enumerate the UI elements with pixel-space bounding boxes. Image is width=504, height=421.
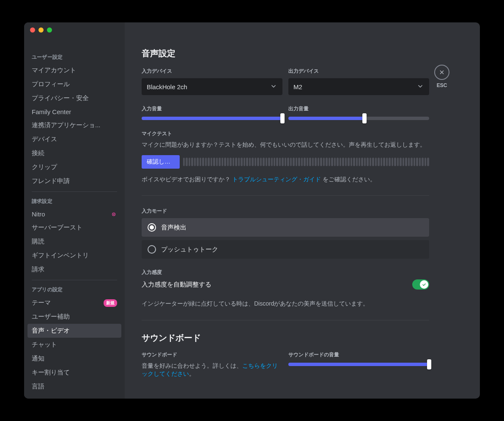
settings-content: 音声設定 入力デバイス BlackHole 2ch 出力デバイス M2	[125, 22, 480, 399]
auto-sensitivity-label: 入力感度を自動調整する	[142, 281, 211, 289]
badge-new: 新規	[104, 299, 117, 307]
sidebar-item-chat[interactable]: チャット	[27, 338, 121, 352]
input-device-value: BlackHole 2ch	[147, 83, 187, 90]
sidebar-item-friend-requests[interactable]: フレンド申請	[27, 174, 121, 188]
mic-test-button[interactable]: 確認しまし...	[142, 155, 180, 169]
input-device-select[interactable]: BlackHole 2ch	[142, 78, 282, 95]
divider	[142, 320, 429, 320]
input-mode-voice-activity[interactable]: 音声検出	[142, 218, 429, 237]
auto-sensitivity-toggle[interactable]	[412, 279, 429, 290]
chevron-down-icon	[416, 82, 424, 91]
troubleshoot-link[interactable]: トラブルシューティング・ガイド	[232, 176, 321, 183]
window-close[interactable]	[30, 27, 35, 33]
input-device-label: 入力デバイス	[142, 68, 282, 75]
sidebar-item-family-center[interactable]: Family Center	[27, 105, 121, 118]
soundboard-desc: 音量を好みに合わせよう。詳しくは、こちらをクリックしてください。	[142, 362, 282, 378]
sidebar-item-authorized-apps[interactable]: 連携済アプリケーショ...	[27, 118, 121, 132]
sidebar-item-accessibility[interactable]: ユーザー補助	[27, 310, 121, 324]
sidebar-header-app-settings: アプリの設定	[27, 284, 121, 296]
input-volume-label: 入力音量	[142, 105, 282, 112]
divider	[142, 195, 429, 196]
nitro-icon	[110, 211, 117, 218]
svg-point-1	[113, 213, 115, 215]
troubleshoot-text: ボイスやビデオでお困りですか？ トラブルシューティング・ガイド をご確認ください…	[142, 175, 429, 184]
input-mode-push-to-talk[interactable]: プッシュトゥトーク	[142, 240, 429, 259]
input-volume-slider[interactable]	[142, 117, 282, 120]
radio-icon	[148, 223, 156, 232]
sidebar-item-server-boost[interactable]: サーバーブースト	[27, 221, 121, 235]
sidebar-item-connections[interactable]: 接続	[27, 146, 121, 160]
esc-label: ESC	[437, 82, 447, 88]
sidebar-item-voice-video[interactable]: 音声・ビデオ	[27, 324, 121, 338]
input-mode-label: 入力モード	[142, 208, 429, 215]
sidebar-header-billing: 請求設定	[27, 195, 121, 208]
mic-test-desc: マイクに問題がありますか？テストを始め、何でもいいので話してください。声を再生し…	[142, 141, 429, 149]
sidebar-item-notifications[interactable]: 通知	[27, 352, 121, 366]
indicator-desc: インジケーターが緑に点灯している時は、Discordがあなたの美声を送信していま…	[142, 300, 429, 308]
soundboard-title: サウンドボード	[142, 332, 429, 344]
mic-test-label: マイクテスト	[142, 130, 429, 137]
radio-icon	[148, 245, 156, 254]
output-device-value: M2	[293, 83, 302, 90]
output-device-select[interactable]: M2	[288, 78, 429, 95]
sidebar-item-my-account[interactable]: マイアカウント	[27, 63, 121, 77]
sidebar-header-user-settings: ユーザー設定	[27, 51, 121, 63]
sidebar-item-appearance[interactable]: テーマ 新規	[27, 296, 121, 310]
settings-sidebar: ユーザー設定 マイアカウント プロフィール プライバシー・安全 Family C…	[24, 22, 125, 399]
window-maximize[interactable]	[47, 27, 52, 33]
sidebar-item-keybinds[interactable]: キー割り当て	[27, 366, 121, 380]
sensitivity-label: 入力感度	[142, 269, 429, 276]
close-settings-button[interactable]	[434, 65, 449, 80]
sidebar-item-clips[interactable]: クリップ	[27, 160, 121, 174]
soundboard-volume-label: サウンドボードの音量	[288, 351, 429, 358]
sidebar-divider	[32, 191, 117, 192]
settings-window: ユーザー設定 マイアカウント プロフィール プライバシー・安全 Family C…	[24, 22, 480, 399]
sidebar-item-billing[interactable]: 請求	[27, 262, 121, 276]
page-title: 音声設定	[142, 48, 429, 59]
chevron-down-icon	[270, 82, 277, 91]
sidebar-item-language[interactable]: 言語	[27, 380, 121, 394]
window-minimize[interactable]	[38, 27, 44, 33]
sidebar-divider	[32, 280, 117, 280]
window-controls	[30, 27, 52, 33]
sidebar-item-privacy[interactable]: プライバシー・安全	[27, 91, 121, 105]
check-icon	[420, 280, 428, 289]
sidebar-item-nitro[interactable]: Nitro	[27, 208, 121, 221]
sidebar-item-profile[interactable]: プロフィール	[27, 77, 121, 91]
mic-level-meter	[183, 158, 429, 166]
sidebar-item-devices[interactable]: デバイス	[27, 132, 121, 146]
sidebar-item-gift-inventory[interactable]: ギフトインベントリ	[27, 249, 121, 262]
sidebar-item-subscriptions[interactable]: 購読	[27, 235, 121, 249]
output-device-label: 出力デバイス	[288, 68, 429, 75]
soundboard-label: サウンドボード	[142, 351, 282, 358]
output-volume-label: 出力音量	[288, 105, 429, 112]
soundboard-volume-slider[interactable]	[288, 363, 429, 366]
output-volume-slider[interactable]	[288, 117, 429, 120]
